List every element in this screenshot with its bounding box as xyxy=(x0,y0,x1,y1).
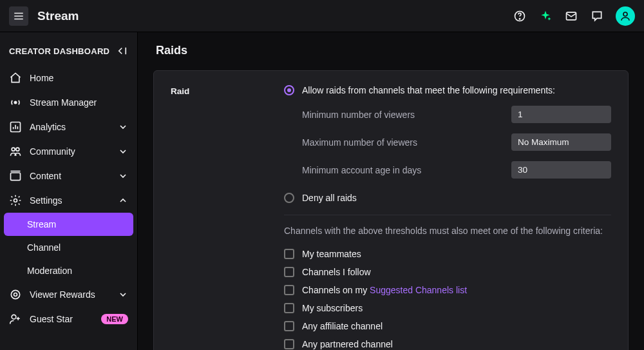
criteria-label-0: My teammates xyxy=(302,249,361,259)
sidebar-subitem-channel[interactable]: Channel xyxy=(19,236,133,259)
home-icon xyxy=(9,72,22,84)
chevron-down-icon xyxy=(118,289,128,300)
chevron-down-icon xyxy=(118,122,128,132)
criteria-label-1: Channels I follow xyxy=(302,267,371,277)
settings-icon xyxy=(9,194,22,207)
criteria-checkbox-4[interactable] xyxy=(284,321,294,331)
criteria-checkbox-0[interactable] xyxy=(284,249,294,259)
topbar-actions xyxy=(513,6,635,26)
svg-point-18 xyxy=(11,290,19,298)
sparkle-button[interactable] xyxy=(538,9,553,23)
page-title: Raids xyxy=(156,44,629,57)
sidebar-item-label: Content xyxy=(30,171,110,181)
hamburger-button[interactable] xyxy=(9,6,28,26)
sidebar-item-viewer-rewards[interactable]: Viewer Rewards xyxy=(0,282,137,307)
topbar-title: Stream xyxy=(37,9,79,23)
sidebar: CREATOR DASHBOARD HomeStream ManagerAnal… xyxy=(0,32,138,350)
inbox-icon xyxy=(565,10,578,23)
help-icon xyxy=(513,10,526,23)
collapse-icon xyxy=(117,45,128,57)
sidebar-collapse-button[interactable] xyxy=(117,45,128,57)
sidebar-subitem-moderation[interactable]: Moderation xyxy=(19,259,133,282)
svg-point-19 xyxy=(14,293,17,297)
raid-settings-card: Raid Allow raids from channels that meet… xyxy=(153,70,629,350)
guest-star-icon xyxy=(9,313,22,326)
svg-point-8 xyxy=(14,101,16,103)
criteria-label-2: Channels on my Suggested Channels list xyxy=(302,285,467,295)
user-icon xyxy=(620,10,631,22)
min-age-row: Minimum account age in days 30 xyxy=(302,161,611,179)
criteria-row-5[interactable]: Any partnered channel xyxy=(284,335,611,350)
sidebar-subitem-stream[interactable]: Stream xyxy=(4,213,133,236)
avatar-button[interactable] xyxy=(616,6,635,26)
min-viewers-row: Minimum number of viewers 1 xyxy=(302,106,611,123)
chevron-up-icon xyxy=(118,195,128,206)
subnav-settings: StreamChannelModeration xyxy=(0,213,137,282)
divider xyxy=(284,215,611,215)
radio-deny-row[interactable]: Deny all raids xyxy=(284,193,611,203)
new-badge: NEW xyxy=(101,314,128,324)
suggested-channels-link[interactable]: Suggested Channels list xyxy=(370,285,467,295)
stream-manager-icon xyxy=(9,96,22,109)
sidebar-item-label: Guest Star xyxy=(30,314,90,324)
svg-point-4 xyxy=(519,18,520,19)
criteria-label-4: Any affiliate channel xyxy=(302,321,383,331)
svg-point-6 xyxy=(623,12,627,16)
radio-deny-label: Deny all raids xyxy=(302,193,357,203)
sidebar-item-label: Settings xyxy=(30,195,110,206)
max-viewers-label: Maximum number of viewers xyxy=(302,137,417,148)
criteria-checkbox-1[interactable] xyxy=(284,267,294,277)
help-button[interactable] xyxy=(513,9,527,23)
main-content: Raids Raid Allow raids from channels tha… xyxy=(138,32,644,350)
hamburger-icon xyxy=(13,10,24,22)
content-icon xyxy=(9,170,22,182)
chevron-down-icon xyxy=(118,146,128,157)
criteria-label-3: My subscribers xyxy=(302,303,363,313)
criteria-row-2[interactable]: Channels on my Suggested Channels list xyxy=(284,281,611,299)
sidebar-item-label: Analytics xyxy=(30,122,110,132)
criteria-checkbox-3[interactable] xyxy=(284,303,294,313)
criteria-checkbox-2[interactable] xyxy=(284,285,294,295)
criteria-text: Channels with the above thresholds must … xyxy=(284,226,611,236)
sparkle-icon xyxy=(539,10,552,23)
sidebar-item-label: Community xyxy=(30,146,110,157)
sidebar-header: CREATOR DASHBOARD xyxy=(0,39,137,66)
svg-rect-15 xyxy=(11,173,21,180)
sidebar-item-settings[interactable]: Settings xyxy=(0,188,137,213)
viewer-rewards-icon xyxy=(9,288,22,301)
sidebar-item-analytics[interactable]: Analytics xyxy=(0,115,137,139)
radio-allow-label: Allow raids from channels that meet the … xyxy=(302,85,555,95)
criteria-row-4[interactable]: Any affiliate channel xyxy=(284,317,611,335)
max-viewers-input[interactable]: No Maximum xyxy=(511,133,611,151)
chat-button[interactable] xyxy=(590,9,604,23)
sidebar-header-title: CREATOR DASHBOARD xyxy=(9,46,109,56)
topbar: Stream xyxy=(0,0,644,32)
min-viewers-input[interactable]: 1 xyxy=(511,106,611,123)
svg-point-20 xyxy=(12,315,16,319)
radio-allow[interactable] xyxy=(284,85,294,95)
sidebar-item-stream-manager[interactable]: Stream Manager xyxy=(0,90,137,115)
criteria-checkbox-5[interactable] xyxy=(284,339,294,349)
criteria-row-1[interactable]: Channels I follow xyxy=(284,263,611,281)
min-age-label: Minimum account age in days xyxy=(302,165,421,175)
svg-point-17 xyxy=(14,199,17,202)
svg-point-13 xyxy=(12,148,15,151)
community-icon xyxy=(9,145,22,158)
max-viewers-row: Maximum number of viewers No Maximum xyxy=(302,133,611,151)
svg-point-14 xyxy=(16,148,19,151)
chat-icon xyxy=(591,10,603,23)
radio-allow-row[interactable]: Allow raids from channels that meet the … xyxy=(284,85,611,95)
analytics-icon xyxy=(9,121,22,133)
radio-deny[interactable] xyxy=(284,193,294,203)
sidebar-item-content[interactable]: Content xyxy=(0,164,137,188)
raid-section-label: Raid xyxy=(171,85,284,350)
sidebar-item-guest-star[interactable]: Guest StarNEW xyxy=(0,307,137,331)
min-age-input[interactable]: 30 xyxy=(511,161,611,179)
sidebar-item-home[interactable]: Home xyxy=(0,66,137,90)
criteria-row-0[interactable]: My teammates xyxy=(284,245,611,263)
inbox-button[interactable] xyxy=(564,9,578,23)
sidebar-item-community[interactable]: Community xyxy=(0,139,137,164)
sidebar-item-label: Stream Manager xyxy=(30,97,128,108)
sidebar-item-label: Viewer Rewards xyxy=(30,289,110,300)
criteria-row-3[interactable]: My subscribers xyxy=(284,299,611,317)
